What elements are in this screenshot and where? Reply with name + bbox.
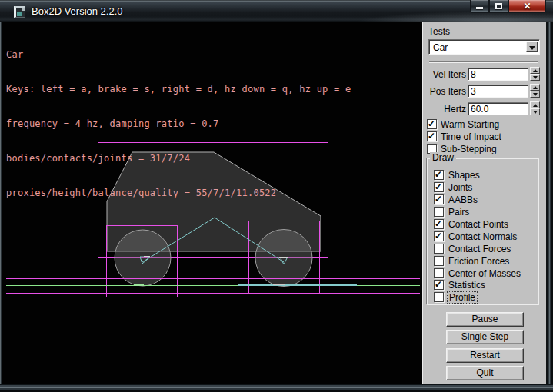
pos-iters-input[interactable] xyxy=(471,86,525,96)
pos-iters-label: Pos Iters xyxy=(425,86,466,97)
chevron-down-icon xyxy=(529,46,535,50)
maximize-button[interactable] xyxy=(489,0,508,13)
arrow-down-icon xyxy=(533,111,538,114)
hud-line-stats: bodies/contacts/joints = 31/7/24 xyxy=(6,153,351,164)
spinner-down-button[interactable] xyxy=(530,108,540,115)
arrow-down-icon xyxy=(533,76,538,79)
window-border-bottom xyxy=(0,384,553,392)
window-border-left xyxy=(0,22,2,384)
title-bar[interactable]: Box2D Version 2.2.0 ✕ xyxy=(0,0,553,22)
car-wheel-rear xyxy=(115,230,171,286)
control-panel: Tests Car Vel Iters Pos Iters Hertz xyxy=(422,22,546,384)
close-icon: ✕ xyxy=(509,1,545,12)
contact-normals-label[interactable]: Contact Normals xyxy=(448,231,517,242)
contact-point-front xyxy=(273,284,285,285)
checkbox-profile[interactable] xyxy=(434,292,444,302)
spinner-up-button[interactable] xyxy=(530,67,540,74)
tests-label: Tests xyxy=(428,26,450,37)
checkbox-statistics[interactable]: ✓ xyxy=(434,280,444,290)
simulation-canvas[interactable]: Car Keys: left = a, brake = s, right = d… xyxy=(2,22,422,384)
close-button[interactable]: ✕ xyxy=(508,0,546,13)
arrow-up-icon xyxy=(533,69,538,72)
contact-points-label[interactable]: Contact Points xyxy=(448,219,508,230)
pos-iters-field[interactable] xyxy=(468,85,528,98)
vel-iters-input[interactable] xyxy=(471,69,525,79)
checkbox-joints[interactable]: ✓ xyxy=(434,182,444,192)
hud-text: Car Keys: left = a, brake = s, right = d… xyxy=(6,26,351,222)
window-title: Box2D Version 2.2.0 xyxy=(32,5,123,17)
maximize-icon xyxy=(495,3,502,9)
spinner-up-button[interactable] xyxy=(530,101,540,108)
arrow-down-icon xyxy=(533,93,538,96)
arrow-up-icon xyxy=(533,86,538,89)
single-step-button[interactable]: Single Step xyxy=(446,330,524,344)
restart-button[interactable]: Restart xyxy=(446,348,524,363)
contact-point-rear xyxy=(134,284,144,286)
time-of-impact-label[interactable]: Time of Impact xyxy=(441,131,501,142)
checkbox-contact-normals[interactable]: ✓ xyxy=(434,231,444,241)
spinner-down-button[interactable] xyxy=(530,74,540,81)
window-border-right xyxy=(546,22,553,384)
shapes-label[interactable]: Shapes xyxy=(448,170,480,181)
tests-dropdown-value: Car xyxy=(433,42,448,53)
spinner-up-button[interactable] xyxy=(530,84,540,91)
checkbox-friction-forces[interactable] xyxy=(434,256,444,266)
statistics-label[interactable]: Statistics xyxy=(448,280,485,291)
hertz-label: Hertz xyxy=(425,104,466,115)
hud-line-frequency: frequency = 4 hz, damping ratio = 0.7 xyxy=(6,118,351,130)
pause-button[interactable]: Pause xyxy=(446,312,524,327)
contact-forces-label[interactable]: Contact Forces xyxy=(448,244,511,254)
checkbox-pairs[interactable] xyxy=(434,207,444,217)
hertz-field[interactable] xyxy=(468,102,528,115)
hud-line-keys: Keys: left = a, brake = s, right = d, hz… xyxy=(6,84,351,95)
checkbox-aabbs[interactable]: ✓ xyxy=(434,194,444,204)
aabbs-label[interactable]: AABBs xyxy=(448,194,478,205)
minimize-icon xyxy=(476,7,483,9)
checkbox-center-of-masses[interactable] xyxy=(434,268,444,278)
quit-button[interactable]: Quit xyxy=(446,366,524,380)
tests-dropdown[interactable]: Car xyxy=(428,39,540,55)
vel-iters-field[interactable] xyxy=(468,68,528,81)
friction-forces-label[interactable]: Friction Forces xyxy=(448,256,509,267)
hud-line-quality: proxies/height/balance/quality = 55/7/1/… xyxy=(6,188,351,199)
hertz-input[interactable] xyxy=(471,104,525,114)
app-icon xyxy=(14,6,25,18)
checkbox-warm-starting[interactable]: ✓ xyxy=(427,119,437,129)
hud-line-title: Car xyxy=(6,49,351,61)
center-of-masses-label[interactable]: Center of Masses xyxy=(448,268,521,279)
hertz-spinner xyxy=(530,101,540,115)
draw-group-label: Draw xyxy=(430,152,456,163)
checkbox-shapes[interactable]: ✓ xyxy=(434,170,444,180)
minimize-button[interactable] xyxy=(470,0,489,13)
pairs-label[interactable]: Pairs xyxy=(448,207,469,218)
window-controls: ✕ xyxy=(470,0,546,13)
checkbox-contact-forces[interactable] xyxy=(434,244,444,254)
vel-iters-label: Vel Iters xyxy=(425,69,466,80)
arrow-up-icon xyxy=(533,104,538,107)
app-window: Box2D Version 2.2.0 ✕ xyxy=(0,0,553,392)
separator xyxy=(429,61,538,63)
joints-label[interactable]: Joints xyxy=(448,182,472,193)
checkbox-time-of-impact[interactable]: ✓ xyxy=(427,131,437,141)
vel-iters-spinner xyxy=(530,67,540,81)
spinner-down-button[interactable] xyxy=(530,91,540,98)
checkbox-contact-points[interactable]: ✓ xyxy=(434,219,444,229)
profile-label[interactable]: Profile xyxy=(448,292,477,303)
warm-starting-label[interactable]: Warm Starting xyxy=(441,119,499,130)
tests-dropdown-button[interactable] xyxy=(526,42,538,52)
pos-iters-spinner xyxy=(530,84,540,98)
